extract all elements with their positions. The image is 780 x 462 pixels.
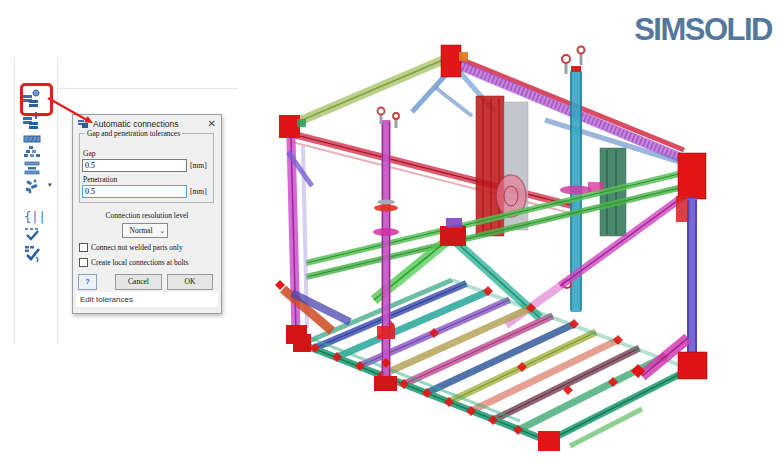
checkbox2-label: Create local connections at bolts (91, 258, 188, 267)
gap-label: Gap (83, 149, 96, 158)
group-title: Gap and penetration tolerances (85, 129, 182, 138)
gap-input[interactable] (82, 159, 187, 172)
review-connections-icon[interactable] (21, 224, 47, 244)
connect-not-welded-checkbox[interactable] (79, 243, 88, 252)
chevron-down-icon: ⌄ (159, 227, 165, 235)
resolution-dropdown[interactable]: Normal ⌄ (122, 223, 168, 238)
fastener-dropdown-caret[interactable]: ▾ (48, 181, 52, 189)
resolution-label: Connection resolution level (73, 211, 221, 220)
checkbox1-label: Connect not welded parts only (91, 243, 183, 252)
penetration-label: Penetration (83, 175, 117, 184)
penetration-input[interactable] (82, 185, 187, 198)
help-button[interactable]: ? (78, 274, 97, 290)
app-window: { "logo": { "text": "SIMSOLID", "color":… (0, 0, 780, 462)
right-corner-joint (678, 153, 706, 199)
local-connections-bolts-checkbox[interactable] (79, 258, 88, 267)
gap-unit: [mm] (190, 161, 207, 170)
cancel-button[interactable]: Cancel (115, 274, 162, 290)
svg-text:{|||}: {|||} (24, 210, 47, 224)
top-corner-tab (459, 52, 468, 61)
automatic-connections-dialog: Automatic connections ✕ Gap and penetrat… (72, 114, 222, 314)
ok-button[interactable]: OK (167, 274, 213, 290)
top-corner-joint (441, 45, 461, 77)
checkbox-row-2: Create local connections at bolts (79, 258, 188, 267)
resolution-value: Normal (123, 226, 159, 235)
highlight-box (20, 83, 53, 116)
floor-front-joint (538, 431, 560, 451)
close-icon[interactable]: ✕ (208, 119, 216, 129)
dialog-title: Automatic connections (93, 119, 179, 129)
dialog-icon (78, 119, 89, 129)
penetration-unit: [mm] (190, 187, 207, 196)
verify-connections-icon[interactable] (21, 243, 47, 263)
status-tooltip: Edit tolerances (76, 292, 218, 307)
fastener-icon[interactable]: ▾ (21, 176, 47, 196)
laminate-weld-icon[interactable] (21, 158, 47, 178)
checkbox-row-1: Connect not welded parts only (79, 243, 183, 252)
